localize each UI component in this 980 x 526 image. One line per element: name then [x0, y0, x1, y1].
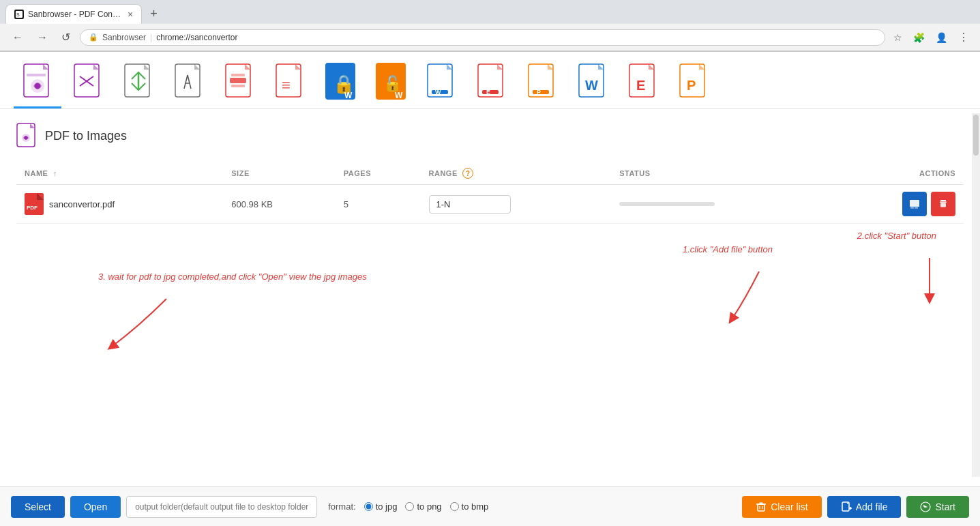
svg-rect-62 — [940, 202, 947, 203]
clear-list-button[interactable]: Clear list — [742, 496, 821, 517]
tab-close-icon[interactable]: × — [128, 9, 133, 20]
file-table: NAME ↑ SIZE PAGES RANGE ? STATUS ACTIONS — [16, 162, 964, 224]
sort-arrow-icon: ↑ — [53, 169, 57, 177]
refresh-button[interactable]: ↺ — [57, 29, 74, 45]
delete-button[interactable] — [931, 192, 955, 216]
svg-text:PDF: PDF — [27, 205, 38, 211]
start-icon — [920, 501, 931, 512]
scrollbar-thumb[interactable] — [973, 115, 979, 156]
lock-icon: 🔒 — [89, 33, 98, 42]
select-button[interactable]: Select — [11, 496, 65, 517]
file-name: sanconvertor.pdf — [49, 199, 115, 209]
site-name: Sanbrowser — [102, 33, 146, 42]
add-file-label: Add file — [856, 501, 888, 512]
format-jpg-option[interactable]: to jpg — [364, 501, 398, 512]
format-jpg-radio[interactable] — [364, 502, 373, 511]
hint1-arrow — [718, 258, 800, 326]
range-help-icon[interactable]: ? — [462, 168, 473, 179]
svg-text:S: S — [16, 12, 20, 17]
svg-text:W: W — [344, 91, 353, 100]
svg-text:W: W — [585, 78, 598, 93]
file-size: 600.98 KB — [223, 185, 336, 224]
hint3-arrow — [57, 285, 194, 353]
table-row: PDF sanconvertor.pdf 600.98 KB 5 — [16, 185, 964, 224]
tool-pdf-lock[interactable]: 🔒 W — [316, 59, 364, 108]
scrollbar[interactable] — [972, 113, 980, 477]
active-tab[interactable]: S Sanbrowser - PDF Convertor × — [5, 4, 142, 24]
extension-button[interactable]: 🧩 — [910, 29, 927, 46]
svg-text:E: E — [636, 78, 645, 93]
file-name-cell: PDF sanconvertor.pdf — [16, 185, 223, 224]
file-range-cell[interactable] — [421, 185, 612, 224]
format-group: format: to jpg to png to bmp — [328, 501, 488, 512]
start-button[interactable]: Start — [906, 496, 969, 517]
toolbar: ≡ 🔒 W 🔓 W — [0, 52, 980, 109]
menu-button[interactable]: ⋮ — [955, 28, 972, 46]
format-label: format: — [328, 501, 355, 512]
file-pages: 5 — [336, 185, 421, 224]
new-tab-button[interactable]: + — [145, 4, 163, 24]
pdf-icon: PDF — [25, 193, 44, 215]
open-button[interactable]: Open — [70, 496, 121, 517]
tool-from-ppt[interactable]: P — [670, 59, 717, 108]
tool-pdf-to-image[interactable] — [14, 59, 61, 108]
tool-to-word[interactable]: W — [417, 59, 465, 108]
format-bmp-radio[interactable] — [450, 502, 459, 511]
page-title-icon — [16, 123, 38, 149]
star-button[interactable]: ☆ — [891, 29, 905, 46]
tool-from-excel[interactable]: E — [619, 59, 667, 108]
annotation-area: 3. wait for pdf to jpg completed,and cli… — [16, 231, 964, 367]
app-container: ≡ 🔒 W 🔓 W — [0, 52, 980, 516]
file-status — [611, 185, 829, 224]
tool-to-ppt[interactable]: P — [518, 59, 566, 108]
range-input[interactable] — [429, 195, 511, 214]
table-header-row: NAME ↑ SIZE PAGES RANGE ? STATUS ACTIONS — [16, 162, 964, 185]
tool-pdf-compress[interactable] — [216, 59, 263, 108]
add-file-button[interactable]: Add file — [827, 496, 902, 517]
tool-pdf-merge[interactable] — [64, 59, 112, 108]
tool-pdf-text[interactable]: ≡ — [266, 59, 314, 108]
page-title-bar: PDF to Images — [16, 123, 964, 149]
format-bmp-option[interactable]: to bmp — [450, 501, 489, 512]
profile-button[interactable]: 👤 — [933, 29, 950, 46]
col-status: STATUS — [611, 162, 829, 185]
add-file-icon — [841, 501, 852, 512]
output-folder-input[interactable] — [126, 496, 317, 517]
svg-rect-63 — [940, 203, 946, 207]
tool-pdf-edit[interactable] — [165, 59, 213, 108]
format-jpg-label: to jpg — [376, 501, 398, 512]
svg-point-6 — [35, 83, 40, 89]
svg-rect-66 — [760, 502, 763, 503]
col-actions: ACTIONS — [829, 162, 964, 185]
back-button[interactable]: ← — [8, 30, 27, 45]
svg-text:W: W — [395, 91, 403, 100]
tool-from-word[interactable]: W — [569, 59, 617, 108]
tab-favicon: S — [14, 10, 24, 19]
status-progress-bar — [619, 202, 715, 206]
tool-to-excel[interactable]: E — [468, 59, 516, 108]
format-png-option[interactable]: to png — [405, 501, 441, 512]
address-bar[interactable]: 🔒 Sanbrowser | chrome://sanconvertor — [80, 29, 885, 46]
bottom-bar: Select Open format: to jpg to png to bmp… — [0, 486, 980, 516]
svg-rect-16 — [230, 78, 246, 83]
svg-rect-53 — [25, 193, 44, 215]
svg-rect-59 — [915, 207, 918, 209]
main-content: PDF to Images NAME ↑ SIZE PAGES RANGE ? … — [0, 109, 980, 422]
svg-rect-17 — [231, 74, 245, 76]
svg-rect-58 — [910, 207, 914, 209]
svg-point-52 — [25, 136, 28, 140]
format-png-radio[interactable] — [405, 502, 414, 511]
tab-bar: S Sanbrowser - PDF Convertor × + — [0, 0, 980, 24]
tab-title: Sanbrowser - PDF Convertor — [28, 10, 123, 19]
svg-text:🔓: 🔓 — [383, 74, 402, 93]
preview-button[interactable] — [902, 192, 927, 216]
page-title-text: PDF to Images — [45, 129, 127, 143]
forward-button[interactable]: → — [33, 30, 52, 45]
col-size: SIZE — [223, 162, 336, 185]
svg-text:≡: ≡ — [282, 76, 291, 93]
browser-chrome: S Sanbrowser - PDF Convertor × + ← → ↺ 🔒… — [0, 0, 980, 52]
tool-pdf-split[interactable] — [115, 59, 162, 108]
tool-pdf-unlock[interactable]: 🔓 W — [367, 59, 415, 108]
svg-text:P: P — [537, 89, 541, 96]
hint3-text: 3. wait for pdf to jpg completed,and cli… — [98, 272, 367, 282]
